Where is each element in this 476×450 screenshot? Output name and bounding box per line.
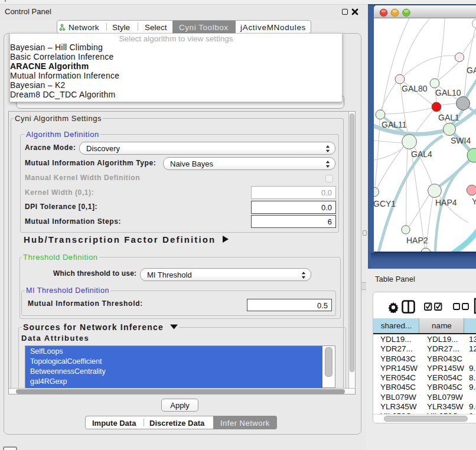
svg-text:GAL7: GAL7 [467,66,476,75]
svg-text:HAP4: HAP4 [435,198,457,207]
svg-text:YJ: YJ [472,197,476,206]
svg-text:GCY1: GCY1 [374,199,396,208]
svg-text:GAL80: GAL80 [402,84,428,93]
svg-text:SWI4: SWI4 [451,136,471,145]
svg-text:GAL10: GAL10 [435,88,461,97]
svg-text:GAL4: GAL4 [411,149,432,159]
svg-text:GAL11: GAL11 [382,120,407,129]
svg-text:HAP2: HAP2 [406,236,428,245]
svg-text:GAL1: GAL1 [438,113,459,122]
